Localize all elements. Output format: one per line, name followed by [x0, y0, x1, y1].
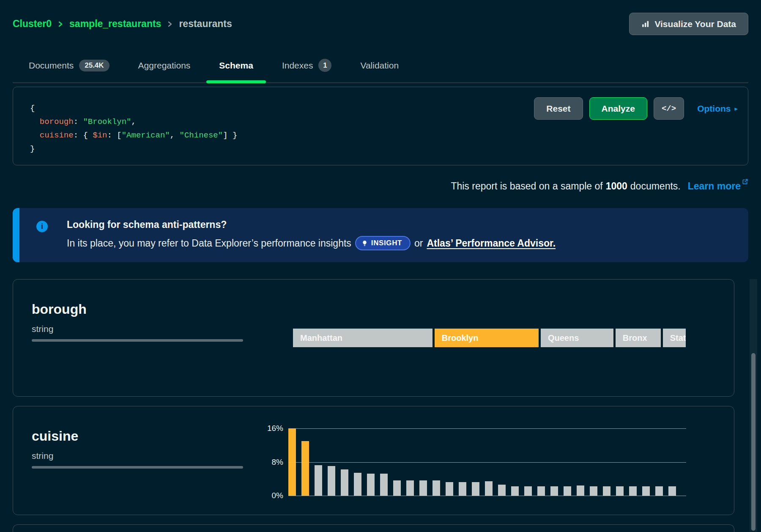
cuisine-bar[interactable] — [367, 474, 375, 496]
chevron-right-icon — [167, 21, 173, 27]
external-link-icon — [742, 178, 748, 185]
cuisine-bar[interactable] — [537, 486, 545, 496]
cuisine-bar[interactable] — [590, 486, 597, 496]
segment-label: Bronx — [623, 333, 647, 343]
cuisine-bar[interactable] — [550, 486, 558, 496]
tab-schema[interactable]: Schema — [218, 52, 254, 82]
tab-label: Indexes — [282, 60, 313, 71]
field-card-cuisine: cuisine string 16%8%0% — [13, 406, 734, 515]
cuisine-bar[interactable] — [616, 486, 624, 496]
cuisine-bar[interactable] — [511, 486, 519, 496]
reset-button[interactable]: Reset — [534, 97, 583, 120]
tab-indexes[interactable]: Indexes1 — [281, 52, 333, 82]
breadcrumb-restaurants: restaurants — [179, 18, 232, 30]
breadcrumb: Cluster0sample_restaurantsrestaurants — [13, 18, 232, 30]
tab-count-badge: 25.4K — [79, 60, 109, 71]
insight-badge[interactable]: INSIGHT — [355, 236, 411, 250]
tab-label: Aggregations — [138, 60, 191, 71]
borough-segments: ManhattanBrooklynQueensBronxStaten Islan… — [293, 329, 686, 347]
y-axis-label: 8% — [272, 458, 283, 467]
cuisine-bar[interactable] — [433, 480, 440, 496]
query-line: { — [30, 101, 237, 115]
type-distribution-bar — [32, 466, 243, 469]
cuisine-bar[interactable] — [603, 486, 610, 496]
cuisine-bar[interactable] — [380, 474, 388, 496]
info-banner: i Looking for schema anti-patterns? In i… — [13, 208, 748, 262]
analyze-button[interactable]: Analyze — [589, 97, 647, 120]
gridline — [288, 496, 686, 496]
banner-body-connector: or — [414, 238, 423, 249]
options-label: Options — [697, 104, 731, 114]
cuisine-bar[interactable] — [629, 486, 637, 496]
cuisine-bar[interactable] — [328, 466, 335, 496]
visualize-your-data-label: Visualize Your Data — [654, 19, 736, 29]
learn-more-label: Learn more — [688, 181, 741, 192]
query-line: cuisine: { $in: ["American", "Chinese"] … — [30, 129, 237, 142]
borough-segment-bronx[interactable]: Bronx — [616, 329, 661, 347]
cuisine-bar[interactable] — [577, 485, 584, 496]
breadcrumb-cluster0[interactable]: Cluster0 — [13, 18, 52, 30]
cuisine-bar[interactable] — [393, 480, 401, 496]
scrollbar-thumb[interactable] — [751, 353, 756, 531]
cuisine-bar[interactable] — [419, 480, 427, 496]
y-axis: 16%8%0% — [250, 428, 283, 496]
cuisine-bar[interactable] — [341, 469, 348, 496]
scrollbar[interactable] — [750, 279, 757, 532]
segment-label: Manhattan — [300, 333, 342, 343]
field-name: borough — [32, 302, 715, 317]
tab-label: Validation — [360, 60, 399, 71]
banner-content: Looking for schema anti-patterns? In its… — [67, 219, 733, 250]
cuisine-bar[interactable] — [459, 482, 466, 496]
tab-documents[interactable]: Documents25.4K — [28, 52, 110, 82]
cuisine-bar[interactable] — [498, 485, 506, 496]
learn-more-link[interactable]: Learn more — [688, 181, 748, 192]
borough-segment-manhattan[interactable]: Manhattan — [293, 329, 433, 347]
banner-accent-bar — [13, 208, 19, 262]
topbar: Cluster0sample_restaurantsrestaurants Vi… — [13, 0, 748, 35]
atlas-data-explorer: Cluster0sample_restaurantsrestaurants Vi… — [0, 0, 761, 532]
gridline — [288, 428, 686, 429]
cuisine-bar[interactable] — [446, 482, 453, 496]
tab-count-badge: 1 — [318, 59, 331, 72]
query-line: borough: "Brooklyn", — [30, 115, 237, 129]
performance-advisor-link[interactable]: Atlas’ Performance Advisor. — [427, 238, 556, 249]
schema-field-list: borough string ManhattanBrooklynQueensBr… — [13, 279, 748, 532]
query-bar: { borough: "Brooklyn", cuisine: { $in: [… — [13, 87, 748, 165]
field-card-borough: borough string ManhattanBrooklynQueensBr… — [13, 279, 734, 397]
borough-segment-brooklyn[interactable]: Brooklyn — [435, 329, 539, 347]
cuisine-bar[interactable] — [564, 486, 571, 496]
tab-validation[interactable]: Validation — [359, 52, 400, 82]
visualize-your-data-button[interactable]: Visualize Your Data — [629, 13, 748, 35]
borough-segment-queens[interactable]: Queens — [541, 329, 613, 347]
banner-title: Looking for schema anti-patterns? — [67, 219, 733, 230]
tab-aggregations[interactable]: Aggregations — [137, 52, 192, 82]
borough-value-chart: ManhattanBrooklynQueensBronxStaten Islan… — [293, 329, 686, 347]
report-note-prefix: This report is based on a sample of — [451, 181, 602, 192]
type-distribution-bar — [32, 339, 243, 342]
cuisine-bar[interactable] — [315, 465, 322, 496]
cuisine-bar[interactable] — [485, 481, 493, 496]
borough-segment-staten-island[interactable]: Staten Island — [663, 329, 686, 347]
tab-label: Documents — [29, 60, 74, 71]
cuisine-bar[interactable] — [642, 486, 650, 496]
lightbulb-icon — [361, 240, 368, 247]
chevron-right-icon — [57, 21, 64, 27]
sample-count: 1000 — [606, 181, 627, 192]
cuisine-bar[interactable] — [406, 480, 414, 496]
query-editor[interactable]: { borough: "Brooklyn", cuisine: { $in: [… — [30, 101, 237, 156]
code-toggle-button[interactable]: </> — [654, 97, 684, 120]
report-note-suffix: documents. — [630, 181, 681, 192]
cuisine-bar[interactable] — [354, 473, 361, 496]
field-card-next-partial — [13, 524, 734, 532]
insight-badge-label: INSIGHT — [371, 239, 402, 247]
cuisine-bar[interactable] — [655, 486, 663, 496]
cuisine-bar[interactable] — [668, 486, 676, 496]
bar-chart-icon — [641, 20, 649, 28]
gridline — [288, 462, 686, 463]
cuisine-bar[interactable] — [524, 486, 532, 496]
cuisine-bar[interactable] — [472, 482, 479, 496]
options-toggle[interactable]: Options ▸ — [697, 104, 738, 114]
breadcrumb-sample_restaurants[interactable]: sample_restaurants — [69, 18, 161, 30]
tab-bar: Documents25.4KAggregationsSchemaIndexes1… — [13, 52, 748, 83]
cuisine-bar[interactable] — [301, 441, 309, 496]
